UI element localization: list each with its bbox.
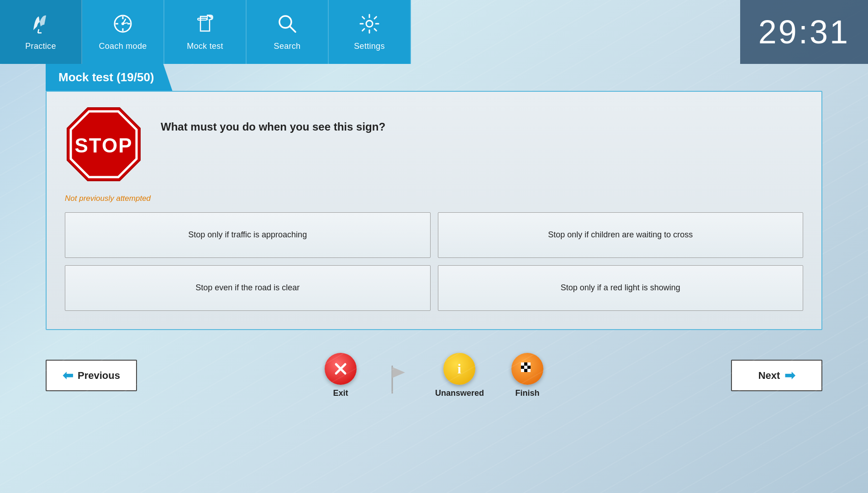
bottom-navigation: ⬅ Previous Exit i [0,339,868,412]
svg-rect-20 [524,362,527,366]
timer-display: 29:31 [740,0,868,64]
mock-test-label: Mock test [187,42,223,51]
svg-rect-8 [198,18,207,20]
next-label: Next [758,370,780,382]
answer-a[interactable]: Stop only if traffic is approaching [65,212,431,258]
settings-icon [358,13,380,38]
svg-rect-25 [521,369,524,372]
svg-rect-23 [524,366,527,369]
exit-icon [325,353,357,385]
svg-point-11 [366,21,373,27]
answers-grid: Stop only if traffic is approaching Stop… [65,212,803,311]
question-status: Not previously attempted [65,194,803,203]
question-card: STOP What must you do when you see this … [46,91,822,330]
timer-seconds: 31 [810,14,850,50]
practice-icon [30,13,52,38]
svg-line-10 [290,26,295,32]
finish-label: Finish [516,388,540,398]
search-icon [276,13,298,38]
question-top: STOP What must you do when you see this … [65,105,803,185]
finish-icon [511,353,543,385]
top-navigation: Practice Coach mode Mo [0,0,868,64]
svg-rect-26 [524,369,527,372]
finish-button[interactable]: Finish [511,353,543,398]
unanswered-label: Unanswered [435,388,484,398]
unanswered-button[interactable]: i Unanswered [435,353,484,398]
svg-rect-19 [521,362,524,366]
timer-colon: : [799,14,810,50]
svg-rect-24 [527,366,531,369]
search-label: Search [274,42,301,51]
answer-c[interactable]: Stop even if the road is clear [65,265,431,311]
previous-button[interactable]: ⬅ Previous [46,360,137,391]
bottom-center-actions: Exit i Unanswered [325,353,543,398]
settings-button[interactable]: Settings [329,0,411,64]
mock-test-icon [194,13,216,38]
settings-label: Settings [354,42,384,51]
section-title: Mock test (19/50) [46,64,173,91]
info-icon: i [443,353,475,385]
stop-sign-image: STOP [65,105,142,185]
exit-label: Exit [333,388,348,398]
answer-d[interactable]: Stop only if a red light is showing [438,265,804,311]
flag-icon [384,365,408,397]
previous-label: Previous [78,370,120,382]
svg-text:i: i [458,361,461,376]
practice-label: Practice [25,42,56,51]
svg-rect-27 [527,369,531,372]
main-content: Mock test (19/50) STOP What must you do … [0,64,868,330]
mock-test-button[interactable]: Mock test [164,0,247,64]
exit-button[interactable]: Exit [325,353,357,398]
coach-icon [112,13,134,38]
coach-label: Coach mode [99,42,147,51]
svg-rect-21 [527,362,531,366]
timer-minutes: 29 [758,14,799,50]
next-arrow-icon: ➡ [784,368,795,383]
svg-rect-22 [521,366,524,369]
coach-mode-button[interactable]: Coach mode [82,0,164,64]
next-button[interactable]: Next ➡ [731,360,822,391]
search-button[interactable]: Search [247,0,329,64]
question-text: What must you do when you see this sign? [161,105,385,135]
previous-arrow-icon: ⬅ [63,368,73,383]
flag-button[interactable] [384,365,408,398]
svg-text:STOP: STOP [74,134,132,157]
practice-button[interactable]: Practice [0,0,82,64]
answer-b[interactable]: Stop only if children are waiting to cro… [438,212,804,258]
